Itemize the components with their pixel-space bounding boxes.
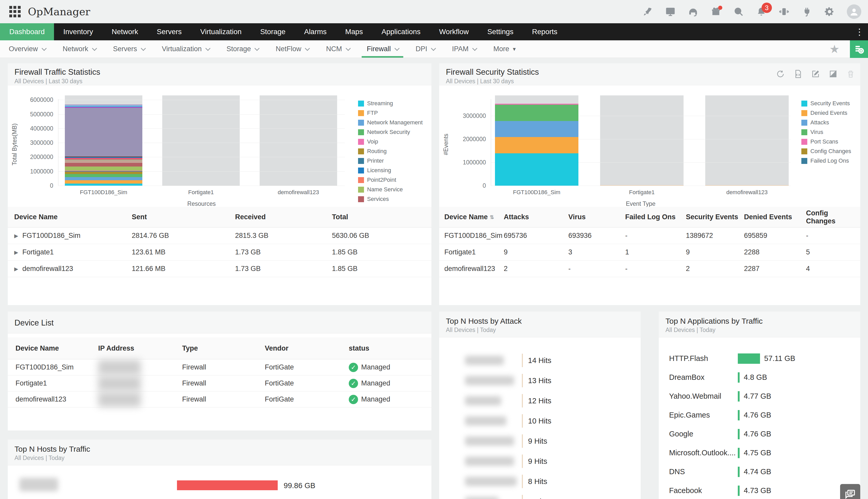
legend-item[interactable]: FTP (358, 110, 428, 116)
table-row[interactable]: Fortigate1 Firewall FortiGate ✓Managed (8, 375, 431, 391)
legend-item[interactable]: Attacks (801, 119, 858, 126)
legend-item[interactable]: Network Management (358, 119, 428, 126)
col-config-changes[interactable]: Config Changes (806, 209, 855, 225)
list-item[interactable]: Yahoo.Webmail 4.77 GB (659, 387, 860, 406)
app-name[interactable]: Microsoft.Outlook.... (669, 449, 738, 457)
bar-segment-other[interactable] (65, 159, 142, 160)
main-nav-item[interactable]: Storage (251, 23, 295, 40)
legend-item[interactable]: Name Service (358, 186, 428, 193)
sub-nav-item[interactable]: More ▾ (485, 40, 525, 58)
sub-nav-item[interactable]: Virtualization (153, 40, 218, 58)
bar-segment-Port Scans[interactable] (495, 104, 578, 105)
bar-segment-other[interactable] (65, 158, 142, 159)
col-status[interactable]: status (349, 344, 424, 352)
col-ip-address[interactable]: IP Address (98, 344, 182, 352)
legend-item[interactable]: Port Scans (801, 138, 858, 145)
list-item[interactable]: Microsoft.Outlook.... 4.75 GB (659, 443, 860, 462)
whats-new-gift-icon[interactable] (710, 6, 721, 17)
bar-segment-Security Events[interactable] (495, 153, 578, 186)
delete-icon[interactable] (846, 70, 855, 80)
main-nav-item[interactable]: Inventory (54, 23, 102, 40)
bar-segment-Attacks[interactable] (495, 121, 578, 137)
main-nav-item[interactable]: Workflow (430, 23, 478, 40)
main-nav-item[interactable]: Dashboard (0, 23, 54, 40)
bar-segment-Denied Events[interactable] (705, 185, 789, 186)
chat-support-button[interactable] (840, 484, 860, 499)
export-report-icon[interactable] (794, 70, 802, 80)
bar-segment-Denied Events[interactable] (495, 137, 578, 153)
main-nav-item[interactable]: Servers (148, 23, 191, 40)
training-video-icon[interactable] (665, 6, 676, 17)
device-name[interactable]: demofirewall123 (22, 265, 73, 273)
col-type[interactable]: Type (182, 344, 265, 352)
col-device-name[interactable]: Device Name (444, 213, 488, 221)
app-name[interactable]: Google (669, 430, 738, 438)
sub-nav-item[interactable]: NetFlow (267, 40, 317, 58)
app-name[interactable]: Yahoo.Webmail (669, 392, 738, 401)
sort-icon[interactable]: ⇅ (490, 214, 494, 220)
expand-row-icon[interactable]: ▶ (14, 233, 18, 239)
device-name[interactable]: demofirewall123 (15, 395, 98, 403)
device-name[interactable]: demofirewall123 (444, 265, 504, 273)
bar-segment-Denied Events[interactable] (600, 185, 683, 186)
table-row[interactable]: ▶Fortigate1 123.61 MB 1.73 GB 1.85 GB (8, 244, 431, 260)
edit-icon[interactable] (811, 70, 820, 80)
legend-item[interactable]: Network Security (358, 129, 428, 135)
integrations-plug-icon[interactable] (801, 6, 812, 17)
list-item[interactable]: 8 Hits (439, 491, 641, 499)
col-failed-log-ons[interactable]: Failed Log Ons (625, 213, 686, 221)
table-row[interactable]: ▶FGT100D186_Sim 2814.76 GB 2815.3 GB 563… (8, 228, 431, 244)
sub-nav-item[interactable]: NCM (317, 40, 358, 58)
legend-item[interactable]: Licensing (358, 167, 428, 174)
col-sent[interactable]: Sent (132, 213, 235, 221)
bar-segment-other[interactable] (65, 156, 142, 157)
table-row[interactable]: FGT100D186_Sim 695736 693936 - 1389672 6… (439, 228, 860, 244)
settings-gear-icon[interactable] (824, 6, 835, 17)
list-item[interactable]: Google 4.76 GB (659, 425, 860, 443)
support-headset-icon[interactable] (688, 6, 699, 17)
legend-item[interactable]: Printer (358, 157, 428, 164)
sub-nav-item[interactable]: Overview (0, 40, 54, 58)
expand-row-icon[interactable]: ▶ (14, 266, 18, 272)
bar-segment-Streaming[interactable] (65, 184, 142, 186)
list-item[interactable]: 9 Hits (439, 431, 641, 451)
notifications-bell-icon[interactable]: 3 (756, 6, 767, 17)
col-denied-events[interactable]: Denied Events (744, 213, 806, 221)
device-name[interactable]: FGT100D186_Sim (444, 232, 504, 240)
bar-segment-Routing[interactable] (65, 172, 142, 174)
device-name[interactable]: Fortigate1 (15, 379, 98, 387)
col-virus[interactable]: Virus (568, 213, 625, 221)
main-nav-item[interactable]: Settings (478, 23, 523, 40)
list-item[interactable]: 99.86 GB (8, 476, 431, 495)
bar-segment-other[interactable] (65, 160, 142, 163)
bar-segment-Network Management[interactable] (65, 177, 142, 180)
device-name[interactable]: FGT100D186_Sim (22, 232, 80, 240)
main-nav-item[interactable]: Reports (523, 23, 567, 40)
search-icon[interactable] (733, 6, 744, 17)
legend-item[interactable]: Streaming (358, 100, 428, 107)
col-device-name[interactable]: Device Name (15, 344, 98, 352)
sub-nav-item[interactable]: Firewall (358, 40, 407, 58)
sub-nav-item[interactable]: Storage (218, 40, 267, 58)
sub-nav-item[interactable]: Network (54, 40, 104, 58)
device-name[interactable]: Fortigate1 (444, 248, 504, 256)
bar-segment-other[interactable] (65, 107, 142, 108)
list-item[interactable]: DreamBox 4.8 GB (659, 368, 860, 387)
bar-segment-Network Security[interactable] (65, 174, 142, 177)
apps-grid-icon[interactable] (9, 6, 21, 17)
app-name[interactable]: DNS (669, 467, 738, 476)
col-device-name[interactable]: Device Name (14, 213, 132, 221)
list-item[interactable]: DNS 4.74 GB (659, 462, 860, 481)
app-name[interactable]: HTTP.Flash (669, 354, 738, 363)
list-item[interactable]: 12 Hits (439, 391, 641, 411)
app-name[interactable]: Epic.Games (669, 411, 738, 419)
app-name[interactable]: Facebook (669, 486, 738, 495)
bar-segment-Name Service[interactable] (65, 167, 142, 170)
col-attacks[interactable]: Attacks (504, 213, 568, 221)
legend-item[interactable]: Denied Events (801, 110, 858, 116)
main-nav-item[interactable]: Virtualization (191, 23, 251, 40)
col-vendor[interactable]: Vendor (265, 344, 349, 352)
main-nav-item[interactable]: Applications (372, 23, 430, 40)
bar-segment-other[interactable] (65, 105, 142, 105)
bar-segment-other[interactable] (65, 105, 142, 106)
